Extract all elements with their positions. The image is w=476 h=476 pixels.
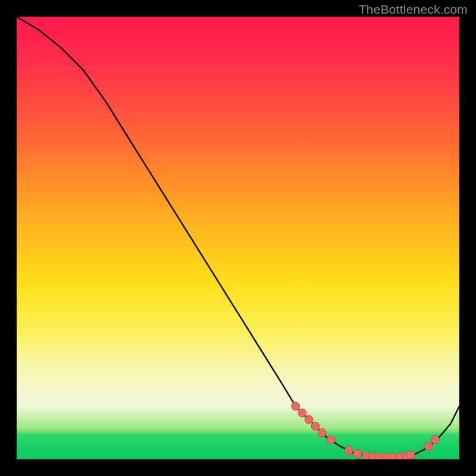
data-marker [311,422,320,430]
curve-markers [292,402,439,459]
data-marker [327,436,335,444]
data-marker [431,436,439,444]
plot-area [17,17,459,459]
data-marker [298,409,306,417]
data-marker [292,402,300,411]
data-marker [318,428,326,437]
data-marker [424,442,433,450]
chart-stage: TheBottleneck.com [0,0,476,476]
curve-line [17,17,459,457]
curve-layer [17,17,459,459]
data-marker [353,449,362,458]
data-marker [406,451,415,459]
data-marker [345,446,353,455]
data-marker [305,415,313,424]
watermark-text: TheBottleneck.com [359,2,468,17]
